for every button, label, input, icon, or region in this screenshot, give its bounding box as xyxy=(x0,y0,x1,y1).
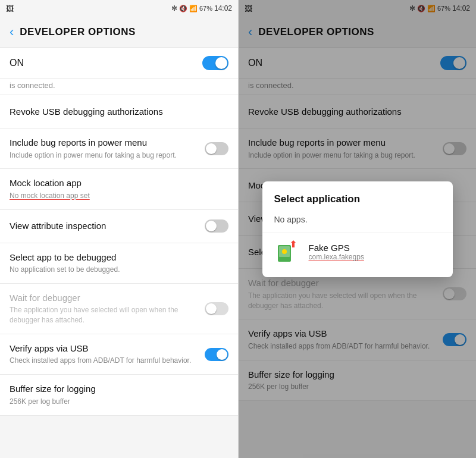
left-item-verify-usb-content: Verify apps via USB Check installed apps… xyxy=(10,343,200,366)
left-item-buffer-size-content: Buffer size for logging 256K per log buf… xyxy=(10,383,228,406)
left-status-icons-right: ✻ 🔇 📶 67% 14:02 xyxy=(171,4,232,12)
left-item-buffer-size[interactable]: Buffer size for logging 256K per log buf… xyxy=(0,375,238,415)
left-item-select-debug-app[interactable]: Select app to be debugged No application… xyxy=(0,243,238,284)
left-item-wait-debugger-subtitle: The application you have selected will o… xyxy=(10,305,200,325)
left-item-bug-reports-subtitle: Include option in power menu for taking … xyxy=(10,150,200,161)
left-item-buffer-size-title: Buffer size for logging xyxy=(10,383,228,395)
left-item-revoke-usb-content: Revoke USB debugging authorizations xyxy=(10,106,228,118)
left-item-mock-location-content: Mock location app No mock location app s… xyxy=(10,177,228,200)
left-item-buffer-size-subtitle: 256K per log buffer xyxy=(10,397,228,407)
left-item-view-attribute-toggle-thumb xyxy=(206,221,217,231)
left-item-select-debug-app-title: Select app to be debugged xyxy=(10,252,228,263)
left-item-verify-usb-subtitle: Check installed apps from ADB/ADT for ha… xyxy=(10,356,200,366)
left-item-view-attribute-title: View attribute inspection xyxy=(10,220,200,232)
left-item-wait-debugger-title: Wait for debugger xyxy=(10,292,200,304)
left-back-button[interactable]: ‹ xyxy=(10,26,14,39)
left-item-verify-usb-toggle-thumb xyxy=(217,349,227,360)
left-item-mock-location[interactable]: Mock location app No mock location app s… xyxy=(0,169,238,209)
right-phone-panel: 🖼 ✻ 🔇 📶 67% 14:02 ‹ DEVELOPER OPTIONS ON… xyxy=(238,0,476,458)
left-item-wait-debugger-content: Wait for debugger The application you ha… xyxy=(10,292,200,325)
left-item-mock-location-title: Mock location app xyxy=(10,177,228,189)
left-header: ‹ DEVELOPER OPTIONS xyxy=(0,17,238,48)
mute-icon: 🔇 xyxy=(179,5,187,12)
modal-title: Select application xyxy=(262,193,453,214)
left-item-bug-reports-content: Include bug reports in power menu Includ… xyxy=(10,137,200,160)
modal-fake-gps-item[interactable]: Fake GPS com.lexa.fakegps xyxy=(262,233,453,271)
left-item-select-debug-app-subtitle: No application set to be debugged. xyxy=(10,265,228,275)
left-item-view-attribute-content: View attribute inspection xyxy=(10,220,200,232)
left-item-bug-reports-toggle-thumb xyxy=(206,143,217,154)
left-on-label: ON xyxy=(10,58,24,68)
left-item-mock-location-subtitle: No mock location app set xyxy=(10,191,228,201)
svg-marker-4 xyxy=(291,240,296,247)
left-item-wait-debugger-toggle xyxy=(205,302,228,315)
modal-overlay[interactable]: Select application No apps. Fake GPS com… xyxy=(239,0,476,458)
left-status-bar: 🖼 ✻ 🔇 📶 67% 14:02 xyxy=(0,0,238,17)
left-phone-panel: 🖼 ✻ 🔇 📶 67% 14:02 ‹ DEVELOPER OPTIONS ON… xyxy=(0,0,238,458)
left-connected-text: is connected. xyxy=(0,79,238,95)
left-on-toggle-thumb xyxy=(215,57,227,69)
left-item-wait-debugger: Wait for debugger The application you ha… xyxy=(0,284,238,334)
svg-point-2 xyxy=(282,249,287,254)
left-status-icons-left: 🖼 xyxy=(6,4,14,13)
left-item-bug-reports-title: Include bug reports in power menu xyxy=(10,137,200,149)
left-content: is connected. Revoke USB debugging autho… xyxy=(0,79,238,458)
svg-rect-3 xyxy=(283,257,286,261)
left-item-verify-usb-toggle[interactable] xyxy=(205,348,228,361)
signal-icon: 📶 xyxy=(189,5,198,12)
left-item-bug-reports[interactable]: Include bug reports in power menu Includ… xyxy=(0,128,238,169)
left-item-bug-reports-toggle[interactable] xyxy=(205,142,228,155)
left-on-toggle[interactable] xyxy=(202,56,228,70)
left-item-revoke-usb[interactable]: Revoke USB debugging authorizations xyxy=(0,95,238,128)
left-item-select-debug-app-content: Select app to be debugged No application… xyxy=(10,252,228,275)
left-item-view-attribute-toggle[interactable] xyxy=(205,219,228,233)
fake-gps-package: com.lexa.fakegps xyxy=(309,253,441,261)
time-display: 14:02 xyxy=(214,4,232,12)
notification-icon: 🖼 xyxy=(6,4,14,13)
left-item-view-attribute[interactable]: View attribute inspection xyxy=(0,210,238,243)
fake-gps-name: Fake GPS xyxy=(309,243,441,253)
left-page-title: DEVELOPER OPTIONS xyxy=(20,26,136,38)
left-item-verify-usb[interactable]: Verify apps via USB Check installed apps… xyxy=(0,334,238,375)
fake-gps-icon xyxy=(274,239,300,265)
left-item-wait-debugger-toggle-thumb xyxy=(206,303,217,314)
bluetooth-icon: ✻ xyxy=(171,4,177,12)
left-on-row: ON xyxy=(0,48,238,79)
left-item-verify-usb-title: Verify apps via USB xyxy=(10,343,200,355)
modal-no-apps-text: No apps. xyxy=(262,214,453,233)
battery-text: 67% xyxy=(199,5,212,12)
select-application-dialog: Select application No apps. Fake GPS com… xyxy=(262,181,453,277)
left-item-revoke-usb-title: Revoke USB debugging authorizations xyxy=(10,106,228,118)
fake-gps-info: Fake GPS com.lexa.fakegps xyxy=(309,243,441,261)
